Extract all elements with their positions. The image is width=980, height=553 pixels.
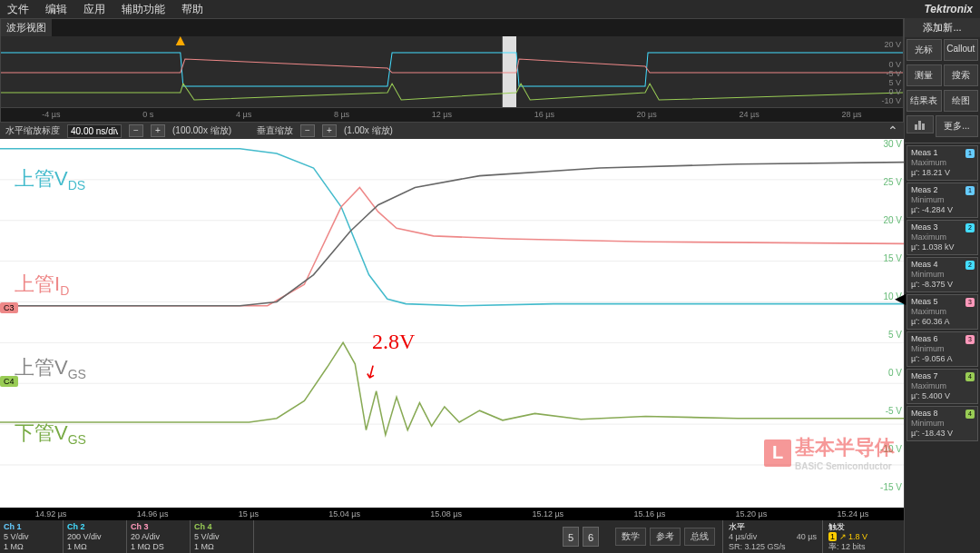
wave-label-2: 上管VGS xyxy=(15,354,86,381)
ov-y-5: -10 V xyxy=(881,96,901,105)
y-tick-1: 25 V xyxy=(883,177,902,187)
svg-marker-2 xyxy=(176,36,185,45)
watermark-logo-icon: L xyxy=(764,439,791,467)
zoom-in-v[interactable]: + xyxy=(322,124,337,137)
watermark-sub: BASiC Semiconductor xyxy=(795,461,895,471)
zoom-in-h[interactable]: + xyxy=(151,124,165,137)
btn-bus[interactable]: 总线 xyxy=(684,528,715,546)
wave-label-1: 上管ID xyxy=(15,271,69,298)
overview-plot[interactable]: 20 V 0 V -5 V 5 V 0 V -10 V xyxy=(1,36,903,107)
x-tick-0: 14.92 µs xyxy=(35,509,67,518)
x-tick-7: 15.20 µs xyxy=(735,509,767,518)
x-tick-3: 15.04 µs xyxy=(328,509,360,518)
x-tick-1: 14.96 µs xyxy=(137,509,169,518)
right-title: 添加新... xyxy=(905,18,980,37)
y-tick-7: -5 V xyxy=(886,406,902,416)
brand: Tektronix xyxy=(924,3,973,15)
measurement-4[interactable]: Meas 42Minimumµ': -8.375 V xyxy=(906,257,978,292)
ov-x-5: 16 µs xyxy=(534,110,554,119)
wave-label-3: 下管VGS xyxy=(15,420,86,447)
y-tick-6: 0 V xyxy=(888,368,902,378)
ov-y-2: -5 V xyxy=(886,69,901,78)
main-plot[interactable]: 上管VDS上管ID上管VGS下管VGS C3C4 2.8V ↙ 30 V25 V… xyxy=(0,139,904,508)
x-tick-4: 15.08 µs xyxy=(430,509,462,518)
measurement-8[interactable]: Meas 84Minimumµ': -18.43 V xyxy=(906,406,978,441)
ch-badge-C4: C4 xyxy=(0,376,18,387)
ov-x-8: 28 µs xyxy=(841,110,861,119)
zoom-horiz-readout: (100.00x 缩放) xyxy=(172,124,231,137)
measurement-2[interactable]: Meas 21Minimumµ': -4.284 V xyxy=(906,183,978,218)
watermark-main: 基本半导体 xyxy=(795,436,895,459)
channel-info-3[interactable]: Ch 320 A/div1 MΩ DS250 MHz xyxy=(127,520,191,553)
btn-callout[interactable]: Callout xyxy=(944,39,979,61)
overview-collapse-icon[interactable]: ⌃ xyxy=(887,123,898,138)
trig-title: 触发 xyxy=(828,522,898,532)
y-tick-3: 15 V xyxy=(883,253,902,263)
ov-y-0: 20 V xyxy=(884,40,901,49)
btn-math[interactable]: 数学 xyxy=(615,528,646,546)
horiz-info[interactable]: 水平 4 µs/div 40 µs SR: 3.125 GS/s 320 ps/… xyxy=(722,520,822,553)
menu-help[interactable]: 帮助 xyxy=(181,2,203,17)
annotation-arrow-icon: ↙ xyxy=(358,358,383,384)
btn-6[interactable]: 6 xyxy=(583,527,599,547)
btn-measure[interactable]: 测量 xyxy=(906,64,942,86)
bottom-bar: Ch 15 V/div1 MΩ20 MHzCh 2200 V/div1 MΩ25… xyxy=(0,520,904,553)
btn-search[interactable]: 搜索 xyxy=(944,64,979,86)
btn-cursor[interactable]: 光标 xyxy=(906,39,942,61)
zoom-vert-readout: (1.00x 缩放) xyxy=(344,124,393,137)
zoom-vert-label: 垂直缩放 xyxy=(257,124,293,137)
channel-info-1[interactable]: Ch 15 V/div1 MΩ20 MHz xyxy=(0,520,64,553)
svg-rect-13 xyxy=(922,123,925,130)
y-tick-2: 20 V xyxy=(883,215,902,225)
menu-edit[interactable]: 编辑 xyxy=(45,2,67,17)
svg-rect-1 xyxy=(503,36,516,107)
horiz-title: 水平 xyxy=(729,522,817,532)
ov-x-4: 12 µs xyxy=(432,110,452,119)
zoom-label: 水平缩放标度 xyxy=(5,124,60,137)
btn-plot[interactable]: 绘图 xyxy=(944,90,979,112)
measurement-list: Meas 11Maximumµ': 18.21 VMeas 21Minimumµ… xyxy=(905,143,980,553)
y-tick-5: 5 V xyxy=(888,330,902,340)
zoom-value-input[interactable] xyxy=(67,124,122,138)
ov-x-3: 8 µs xyxy=(334,110,349,119)
channel-info-4[interactable]: Ch 45 V/div1 MΩ500 MHz xyxy=(191,520,254,553)
ov-y-3: 5 V xyxy=(888,78,901,87)
y-tick-0: 30 V xyxy=(883,139,902,149)
measurement-6[interactable]: Meas 63Minimumµ': -9.056 A xyxy=(906,331,978,367)
right-panel: 添加新... 光标Callout 测量搜索 结果表绘图 更多... Meas 1… xyxy=(904,18,980,553)
btn-ref[interactable]: 参考 xyxy=(650,528,681,546)
measurement-5[interactable]: Meas 53Maximumµ': 60.36 A xyxy=(906,294,978,330)
ov-x-1: 0 s xyxy=(142,110,153,119)
overview-title: 波形视图 xyxy=(1,19,52,36)
zoom-out-v[interactable]: − xyxy=(300,124,315,137)
btn-more[interactable]: 更多... xyxy=(936,115,978,137)
menu-app[interactable]: 应用 xyxy=(83,2,105,17)
y-tick-9: -15 V xyxy=(880,482,902,492)
menu-bar: 文件 编辑 应用 辅助功能 帮助 Tektronix xyxy=(0,0,980,18)
svg-rect-12 xyxy=(918,121,921,130)
menu-a11y[interactable]: 辅助功能 xyxy=(122,2,165,17)
x-tick-5: 15.12 µs xyxy=(532,509,564,518)
zoom-out-h[interactable]: − xyxy=(129,124,143,137)
btn-5[interactable]: 5 xyxy=(563,527,579,547)
hist-icon[interactable] xyxy=(906,115,934,133)
menu-file[interactable]: 文件 xyxy=(7,2,29,17)
measurement-3[interactable]: Meas 32Maximumµ': 1.038 kV xyxy=(906,220,978,255)
x-tick-6: 15.16 µs xyxy=(633,509,665,518)
ov-x-0: -4 µs xyxy=(42,110,60,119)
overview-panel: 波形视图 20 V 0 V -5 V 5 V 0 V -10 V -4 µs 0… xyxy=(0,18,904,123)
trig-info[interactable]: 触发 1 ↗ 1.8 V 率: 12 bits Single: 0/1 xyxy=(822,520,904,553)
x-tick-2: 15 µs xyxy=(239,509,259,518)
svg-rect-11 xyxy=(915,124,917,130)
annotation-peak: 2.8V xyxy=(372,330,415,354)
measurement-1[interactable]: Meas 11Maximumµ': 18.21 V xyxy=(906,145,978,181)
ov-x-7: 24 µs xyxy=(740,110,760,119)
channel-info-2[interactable]: Ch 2200 V/div1 MΩ250 MHz xyxy=(64,520,127,553)
ov-x-2: 4 µs xyxy=(236,110,251,119)
measurement-7[interactable]: Meas 74Maximumµ': 5.400 V xyxy=(906,369,978,404)
ov-y-4: 0 V xyxy=(888,87,901,96)
btn-results[interactable]: 结果表 xyxy=(906,90,942,112)
zoom-bar: 水平缩放标度 − + (100.00x 缩放) 垂直缩放 − + (1.00x … xyxy=(0,123,904,139)
ov-x-6: 20 µs xyxy=(637,110,657,119)
x-tick-8: 15.24 µs xyxy=(838,509,869,518)
